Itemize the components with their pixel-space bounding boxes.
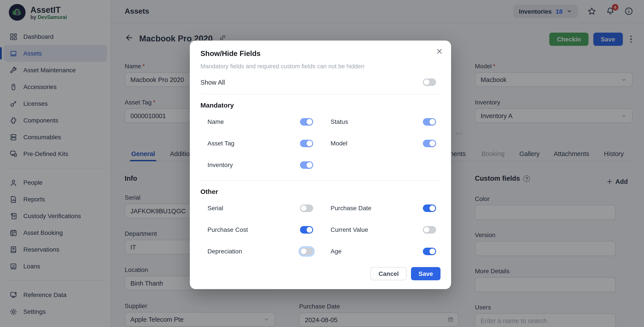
cancel-button[interactable]: Cancel (371, 267, 407, 280)
serial-toggle[interactable] (300, 204, 313, 212)
modal-divider (200, 180, 440, 181)
screen: AssetIT by DevSamurai Dashboard Assets A… (0, 0, 644, 327)
mandatory-fields-grid: Name Status Asset Tag Model Inventory (200, 117, 440, 170)
toggle-row-purchase-cost: Purchase Cost (208, 225, 317, 234)
show-hide-fields-modal: Show/Hide Fields Mandatory fields and re… (190, 41, 451, 289)
asset-tag-toggle[interactable] (300, 140, 313, 147)
modal-footer: Cancel Save (200, 267, 440, 280)
modal-save-button[interactable]: Save (411, 267, 440, 280)
status-toggle[interactable] (423, 118, 436, 125)
name-toggle[interactable] (300, 118, 313, 125)
close-icon[interactable] (436, 48, 443, 56)
inventory-toggle[interactable] (300, 161, 313, 169)
other-fields-grid: Serial Purchase Date Purchase Cost Curre… (200, 203, 440, 256)
modal-title: Show/Hide Fields (200, 49, 440, 58)
purchase-date-toggle[interactable] (423, 204, 436, 212)
current-value-toggle[interactable] (423, 226, 436, 233)
toggle-row-status: Status (330, 117, 440, 127)
purchase-cost-toggle[interactable] (300, 226, 313, 233)
toggle-row-serial: Serial (208, 203, 317, 213)
mandatory-heading: Mandatory (200, 101, 440, 109)
toggle-row-model: Model (330, 138, 440, 148)
modal-divider (200, 94, 440, 94)
model-toggle[interactable] (423, 140, 436, 147)
toggle-row-current-value: Current Value (330, 225, 440, 234)
other-heading: Other (200, 188, 440, 195)
toggle-row-name: Name (208, 117, 317, 127)
modal-subtitle: Mandatory fields and required custom fie… (200, 63, 440, 70)
show-all-row: Show All (200, 79, 440, 86)
toggle-row-inventory: Inventory (208, 160, 317, 170)
toggle-row-asset-tag: Asset Tag (208, 138, 317, 148)
show-all-toggle[interactable] (423, 79, 436, 86)
toggle-row-purchase-date: Purchase Date (330, 203, 440, 213)
depreciation-toggle[interactable] (300, 247, 313, 255)
toggle-row-depreciation: Depreciation (208, 246, 317, 256)
toggle-row-age: Age (330, 246, 440, 256)
age-toggle[interactable] (423, 247, 436, 255)
